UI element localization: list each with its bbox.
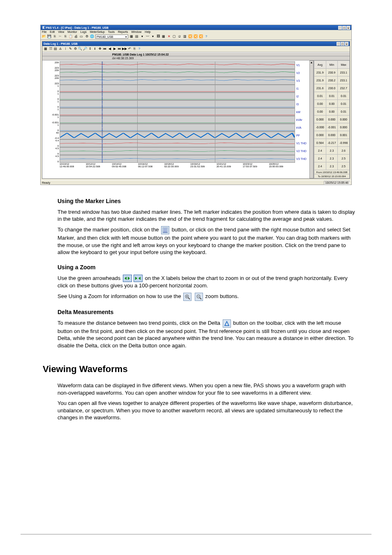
chart-title-text: Data Log 1 - PM180_USB [44, 42, 336, 45]
svg-marker-18 [125, 277, 127, 280]
ct-play-icon[interactable]: ▶▶ [122, 47, 127, 51]
menu-help[interactable]: Help [145, 30, 150, 33]
plot-area[interactable] [60, 139, 295, 147]
menu-window[interactable]: Window [131, 30, 141, 33]
ct-next-icon[interactable]: ▶ [113, 47, 117, 51]
series-label: V1 [295, 61, 309, 69]
plot-area[interactable] [60, 100, 295, 108]
chart-scrollbar[interactable]: ▴ [309, 60, 314, 178]
chart-max-icon[interactable]: □ [341, 42, 344, 46]
plot-area[interactable] [60, 69, 295, 77]
ct-config-icon[interactable]: ⚙ [73, 47, 77, 51]
plot-area[interactable] [60, 124, 295, 132]
plot-area[interactable] [60, 147, 295, 155]
series-label: V3 THD [295, 155, 309, 163]
chart-min-icon[interactable]: _ [337, 42, 340, 46]
plot-row: 10kVA [43, 124, 309, 132]
ct-delta-icon[interactable]: Δ [58, 47, 62, 51]
tb-dd-icon[interactable]: ▾ [151, 35, 155, 39]
plot-area[interactable] [60, 155, 295, 163]
plot-area[interactable] [60, 85, 295, 92]
tb-wave-icon[interactable]: 〰 [145, 35, 150, 39]
plot-area[interactable] [60, 61, 295, 69]
ct-zoomin-icon[interactable]: 🔍 [78, 47, 82, 51]
tb-swell-icon[interactable]: 🔀 [194, 35, 198, 39]
ct-copy-icon[interactable]: ⎘ [132, 47, 136, 51]
tb-harm-icon[interactable]: 🔀 [199, 35, 203, 39]
ct-trend-icon[interactable]: ☷ [48, 47, 53, 51]
chart-close-icon[interactable]: × [345, 42, 348, 46]
tb-chart2-icon[interactable]: ▥ [183, 35, 187, 39]
main-toolbar[interactable]: 📂 💾 ⎘ ✂ ⎘ 📋 🖨 ▭ ⚙ 🌐 PM180_USB▾ ▦ ▤ ▾ 〰 ▾… [41, 34, 351, 40]
plot-area[interactable] [60, 92, 295, 100]
chart-plots[interactable]: 239223V1239223V2239223V310I110I210I31-0.… [42, 60, 309, 178]
network-icon[interactable]: ⚙ [85, 35, 89, 39]
tb-box-icon[interactable]: ▢ [172, 35, 176, 39]
ct-pan-icon[interactable]: ✥ [98, 47, 102, 51]
tb-grid-icon[interactable]: ▦ [161, 35, 166, 39]
menu-reports[interactable]: Reports [118, 30, 128, 33]
stats-row: 0.010.010.01 [314, 92, 350, 100]
status-clock: 10/25/12 15:05:46 [324, 181, 350, 185]
ct-chart-icon[interactable]: ▤ [53, 47, 58, 51]
export-icon[interactable]: ⎘ [53, 35, 57, 39]
stats-row: 2.42.32.5 [314, 155, 350, 162]
menu-edit[interactable]: Edit [50, 30, 55, 33]
print-icon[interactable]: 🖨 [74, 35, 78, 39]
ct-prevpage-icon[interactable]: ⏮ [103, 47, 107, 51]
close-icon[interactable]: × [346, 26, 350, 30]
menu-file[interactable]: File [42, 30, 46, 33]
menu-bar[interactable]: File Edit View Monitor Logs MeterSetup T… [41, 30, 351, 34]
paragraph: Waveform data can be displayed in five d… [58, 382, 355, 396]
window-buttons[interactable]: _□× [338, 26, 350, 30]
paste-icon[interactable]: 📋 [69, 35, 73, 39]
tb-help-icon[interactable]: ? [204, 35, 208, 39]
tb-img-icon[interactable]: 🖼 [156, 35, 160, 39]
chart-toolbar[interactable]: ▦ ☷ ▤ Δ ⫶ ✎ ⚙ 🔍 🔎 ⇕ ⫿ ✥ ⏮ ◀ ▶ ⏭ ▶▶ ↶ ⎘ ? [42, 46, 350, 52]
plot-area[interactable] [60, 108, 295, 116]
device-select[interactable]: PM180_USB▾ [95, 35, 128, 39]
ct-table-icon[interactable]: ▦ [44, 47, 48, 51]
ct-help-icon[interactable]: ? [137, 47, 141, 51]
menu-metersetup[interactable]: MeterSetup [90, 30, 105, 33]
ct-nextpage-icon[interactable]: ⏭ [118, 47, 122, 51]
ct-fit-icon[interactable]: ⇕ [88, 47, 92, 51]
globe-icon[interactable]: 🌐 [90, 35, 94, 39]
ct-marker-icon[interactable]: ⫶ [63, 47, 67, 51]
tb-chart-icon[interactable]: ▤ [135, 35, 139, 39]
save-icon[interactable]: 💾 [47, 35, 51, 39]
tb-sag-icon[interactable]: 🔀 [188, 35, 192, 39]
cut-icon: ✂ [58, 35, 62, 39]
tb-plus-icon[interactable]: ▾ [140, 35, 144, 39]
app-titlebar: ◧ PAS V1.4 - [C:\Pas] - Data Log 1 - PM1… [41, 25, 351, 30]
menu-view[interactable]: View [58, 30, 64, 33]
tb-filter-icon[interactable]: ⫑ [178, 35, 182, 39]
y-axis: 1-0.001 [43, 108, 60, 116]
plot-row: 10I1 [43, 85, 309, 92]
stats-row: 2.42.32.5 [314, 162, 350, 170]
chart-window-buttons[interactable]: _□× [336, 42, 348, 46]
menu-logs[interactable]: Logs [81, 30, 87, 33]
monitor-icon[interactable]: ▭ [79, 35, 83, 39]
ct-zoomout-icon[interactable]: 🔎 [83, 47, 87, 51]
menu-tools[interactable]: Tools [108, 30, 115, 33]
y-axis: 4.50 [43, 147, 60, 155]
y-axis: 1-0.001 [43, 116, 60, 124]
menu-monitor[interactable]: Monitor [67, 30, 77, 33]
minimize-icon[interactable]: _ [338, 26, 342, 30]
series-label: V1 THD [295, 139, 309, 147]
plot-area[interactable] [60, 77, 295, 85]
copy-icon[interactable]: ⎘ [63, 35, 67, 39]
plot-row: 4.50V3 THD [43, 155, 309, 163]
ct-range-icon[interactable]: ⫿ [93, 47, 97, 51]
x-axis: 10/10/1212:46:00.00810/12/1210:54:22.508… [43, 163, 309, 168]
open-icon[interactable]: 📂 [42, 35, 46, 39]
ct-undo-icon[interactable]: ↶ [127, 47, 131, 51]
ct-prev-icon[interactable]: ◀ [108, 47, 112, 51]
tb-table-icon[interactable]: ▦ [129, 35, 134, 39]
maximize-icon[interactable]: □ [342, 26, 346, 30]
tb-delete-icon[interactable]: ✕ [167, 35, 171, 39]
ct-style-icon[interactable]: ✎ [68, 47, 72, 51]
plot-area[interactable] [60, 132, 295, 139]
plot-area[interactable] [60, 116, 295, 124]
